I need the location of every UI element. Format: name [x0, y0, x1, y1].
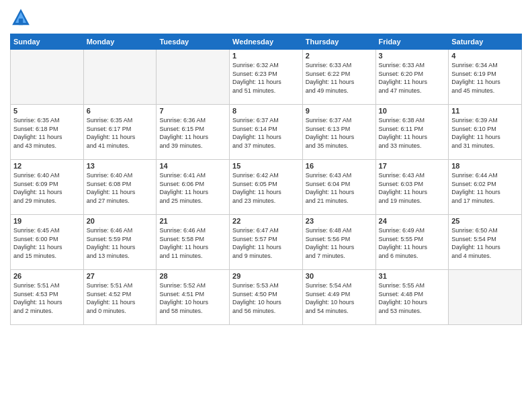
calendar-cell: 23Sunrise: 6:48 AM Sunset: 5:56 PM Dayli…	[302, 215, 375, 270]
day-info: Sunrise: 6:40 AM Sunset: 6:09 PM Dayligh…	[13, 171, 81, 205]
calendar-cell: 15Sunrise: 6:42 AM Sunset: 6:05 PM Dayli…	[230, 160, 303, 215]
calendar-cell: 9Sunrise: 6:37 AM Sunset: 6:13 PM Daylig…	[302, 105, 375, 160]
day-info: Sunrise: 6:44 AM Sunset: 6:02 PM Dayligh…	[451, 171, 519, 205]
calendar-cell: 4Sunrise: 6:34 AM Sunset: 6:19 PM Daylig…	[449, 50, 522, 105]
calendar-cell: 13Sunrise: 6:40 AM Sunset: 6:08 PM Dayli…	[83, 160, 157, 215]
weekday-header-row: SundayMondayTuesdayWednesdayThursdayFrid…	[11, 34, 522, 50]
day-info: Sunrise: 6:39 AM Sunset: 6:10 PM Dayligh…	[451, 116, 519, 150]
day-number: 19	[13, 217, 81, 225]
calendar-cell: 20Sunrise: 6:46 AM Sunset: 5:59 PM Dayli…	[83, 215, 157, 270]
day-info: Sunrise: 6:34 AM Sunset: 6:19 PM Dayligh…	[451, 61, 519, 95]
calendar-week-5: 26Sunrise: 5:51 AM Sunset: 4:53 PM Dayli…	[11, 270, 522, 325]
day-number: 6	[87, 107, 154, 115]
weekday-header-monday: Monday	[83, 34, 157, 50]
calendar-week-3: 12Sunrise: 6:40 AM Sunset: 6:09 PM Dayli…	[11, 160, 522, 215]
calendar-cell: 19Sunrise: 6:45 AM Sunset: 6:00 PM Dayli…	[11, 215, 84, 270]
day-info: Sunrise: 6:37 AM Sunset: 6:14 PM Dayligh…	[232, 116, 300, 150]
calendar-cell: 27Sunrise: 5:51 AM Sunset: 4:52 PM Dayli…	[83, 270, 157, 325]
day-info: Sunrise: 6:45 AM Sunset: 6:00 PM Dayligh…	[13, 226, 81, 260]
day-number: 3	[379, 52, 446, 60]
calendar-cell: 2Sunrise: 6:33 AM Sunset: 6:22 PM Daylig…	[302, 50, 375, 105]
calendar-cell	[83, 50, 157, 105]
calendar-week-4: 19Sunrise: 6:45 AM Sunset: 6:00 PM Dayli…	[11, 215, 522, 270]
logo	[10, 7, 34, 28]
day-info: Sunrise: 5:52 AM Sunset: 4:51 PM Dayligh…	[159, 281, 226, 315]
day-info: Sunrise: 6:33 AM Sunset: 6:20 PM Dayligh…	[379, 61, 446, 95]
weekday-header-friday: Friday	[375, 34, 449, 50]
day-number: 25	[451, 217, 519, 225]
day-info: Sunrise: 6:37 AM Sunset: 6:13 PM Dayligh…	[306, 116, 373, 150]
svg-rect-2	[19, 19, 23, 26]
day-number: 18	[451, 162, 519, 170]
calendar-cell: 29Sunrise: 5:53 AM Sunset: 4:50 PM Dayli…	[230, 270, 303, 325]
calendar-cell: 11Sunrise: 6:39 AM Sunset: 6:10 PM Dayli…	[449, 105, 522, 160]
calendar-cell: 12Sunrise: 6:40 AM Sunset: 6:09 PM Dayli…	[11, 160, 84, 215]
day-number: 2	[306, 52, 373, 60]
day-info: Sunrise: 6:40 AM Sunset: 6:08 PM Dayligh…	[87, 171, 154, 205]
calendar-cell: 21Sunrise: 6:46 AM Sunset: 5:58 PM Dayli…	[157, 215, 230, 270]
weekday-header-sunday: Sunday	[11, 34, 84, 50]
calendar-cell: 25Sunrise: 6:50 AM Sunset: 5:54 PM Dayli…	[449, 215, 522, 270]
day-number: 9	[306, 107, 373, 115]
calendar-cell: 14Sunrise: 6:41 AM Sunset: 6:06 PM Dayli…	[157, 160, 230, 215]
day-number: 8	[232, 107, 300, 115]
calendar-cell: 30Sunrise: 5:54 AM Sunset: 4:49 PM Dayli…	[302, 270, 375, 325]
calendar-cell: 17Sunrise: 6:43 AM Sunset: 6:03 PM Dayli…	[375, 160, 449, 215]
day-number: 23	[306, 217, 373, 225]
day-info: Sunrise: 6:46 AM Sunset: 5:58 PM Dayligh…	[159, 226, 226, 260]
page-container: SundayMondayTuesdayWednesdayThursdayFrid…	[0, 0, 532, 332]
calendar-cell: 18Sunrise: 6:44 AM Sunset: 6:02 PM Dayli…	[449, 160, 522, 215]
calendar-cell: 31Sunrise: 5:55 AM Sunset: 4:48 PM Dayli…	[375, 270, 449, 325]
weekday-header-thursday: Thursday	[302, 34, 375, 50]
day-info: Sunrise: 6:47 AM Sunset: 5:57 PM Dayligh…	[232, 226, 300, 260]
day-number: 29	[232, 272, 300, 280]
day-number: 5	[13, 107, 81, 115]
calendar-cell: 6Sunrise: 6:35 AM Sunset: 6:17 PM Daylig…	[83, 105, 157, 160]
day-info: Sunrise: 6:42 AM Sunset: 6:05 PM Dayligh…	[232, 171, 300, 205]
calendar-cell	[157, 50, 230, 105]
weekday-header-saturday: Saturday	[449, 34, 522, 50]
header	[10, 7, 522, 28]
day-number: 26	[13, 272, 81, 280]
day-number: 16	[306, 162, 373, 170]
day-info: Sunrise: 5:51 AM Sunset: 4:53 PM Dayligh…	[13, 281, 81, 315]
day-info: Sunrise: 5:53 AM Sunset: 4:50 PM Dayligh…	[232, 281, 300, 315]
calendar-cell: 22Sunrise: 6:47 AM Sunset: 5:57 PM Dayli…	[230, 215, 303, 270]
day-number: 4	[451, 52, 519, 60]
weekday-header-tuesday: Tuesday	[157, 34, 230, 50]
day-number: 24	[379, 217, 446, 225]
day-info: Sunrise: 5:55 AM Sunset: 4:48 PM Dayligh…	[379, 281, 446, 315]
calendar-week-2: 5Sunrise: 6:35 AM Sunset: 6:18 PM Daylig…	[11, 105, 522, 160]
day-number: 11	[451, 107, 519, 115]
calendar-cell: 28Sunrise: 5:52 AM Sunset: 4:51 PM Dayli…	[157, 270, 230, 325]
calendar-cell: 16Sunrise: 6:43 AM Sunset: 6:04 PM Dayli…	[302, 160, 375, 215]
calendar-week-1: 1Sunrise: 6:32 AM Sunset: 6:23 PM Daylig…	[11, 50, 522, 105]
calendar-cell: 26Sunrise: 5:51 AM Sunset: 4:53 PM Dayli…	[11, 270, 84, 325]
day-info: Sunrise: 6:35 AM Sunset: 6:18 PM Dayligh…	[13, 116, 81, 150]
day-number: 10	[379, 107, 446, 115]
day-info: Sunrise: 5:51 AM Sunset: 4:52 PM Dayligh…	[87, 281, 154, 315]
day-number: 31	[379, 272, 446, 280]
day-info: Sunrise: 6:49 AM Sunset: 5:55 PM Dayligh…	[379, 226, 446, 260]
day-number: 7	[159, 107, 226, 115]
day-number: 1	[232, 52, 300, 60]
calendar-cell: 1Sunrise: 6:32 AM Sunset: 6:23 PM Daylig…	[230, 50, 303, 105]
day-info: Sunrise: 6:50 AM Sunset: 5:54 PM Dayligh…	[451, 226, 519, 260]
day-number: 12	[13, 162, 81, 170]
calendar-cell: 5Sunrise: 6:35 AM Sunset: 6:18 PM Daylig…	[11, 105, 84, 160]
day-number: 14	[159, 162, 226, 170]
day-info: Sunrise: 6:41 AM Sunset: 6:06 PM Dayligh…	[159, 171, 226, 205]
day-info: Sunrise: 6:43 AM Sunset: 6:03 PM Dayligh…	[379, 171, 446, 205]
calendar-table: SundayMondayTuesdayWednesdayThursdayFrid…	[10, 34, 522, 325]
day-info: Sunrise: 6:43 AM Sunset: 6:04 PM Dayligh…	[306, 171, 373, 205]
day-info: Sunrise: 6:46 AM Sunset: 5:59 PM Dayligh…	[87, 226, 154, 260]
logo-icon	[10, 7, 32, 28]
day-number: 15	[232, 162, 300, 170]
calendar-cell: 7Sunrise: 6:36 AM Sunset: 6:15 PM Daylig…	[157, 105, 230, 160]
day-info: Sunrise: 6:38 AM Sunset: 6:11 PM Dayligh…	[379, 116, 446, 150]
calendar-cell: 10Sunrise: 6:38 AM Sunset: 6:11 PM Dayli…	[375, 105, 449, 160]
calendar-cell: 24Sunrise: 6:49 AM Sunset: 5:55 PM Dayli…	[375, 215, 449, 270]
day-info: Sunrise: 6:35 AM Sunset: 6:17 PM Dayligh…	[87, 116, 154, 150]
day-number: 22	[232, 217, 300, 225]
day-number: 21	[159, 217, 226, 225]
